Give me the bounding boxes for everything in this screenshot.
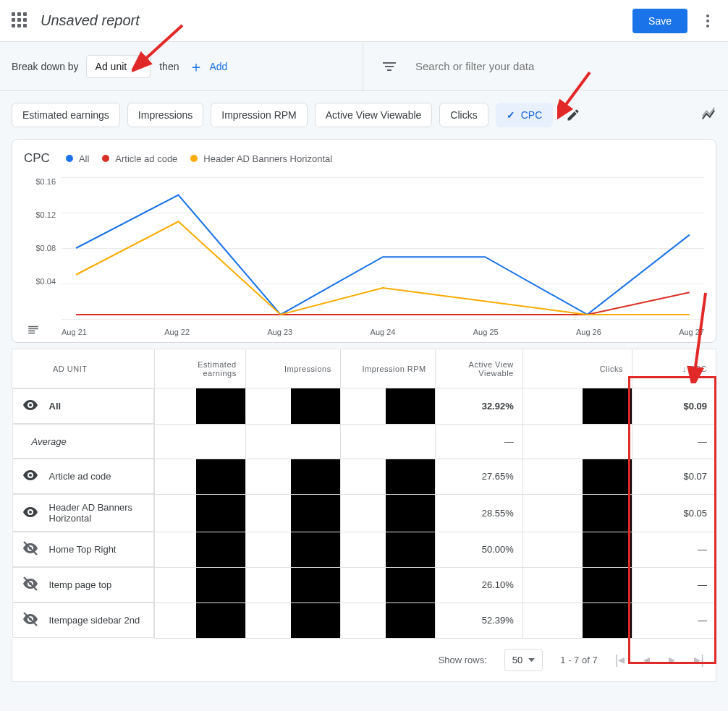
cell-name[interactable]: Average [12, 424, 154, 459]
rows-per-page-select[interactable]: 50 [504, 649, 543, 671]
apps-icon[interactable] [12, 12, 29, 30]
visibility-toggle[interactable] [22, 540, 39, 559]
cell-viewable: 50.00% [435, 532, 522, 567]
visibility-toggle[interactable] [22, 575, 39, 595]
cell-cpc: $0.05 [632, 494, 716, 532]
chip-clicks[interactable]: Clicks [439, 103, 488, 127]
chip-estimated-earnings[interactable]: Estimated earnings [12, 103, 120, 127]
topbar: Unsaved report Save [0, 0, 728, 42]
metric-chips: Estimated earnings Impressions Impressio… [0, 91, 728, 139]
show-rows-label: Show rows: [439, 655, 487, 665]
svg-point-1 [29, 474, 32, 477]
check-icon: ✓ [507, 109, 515, 121]
y-tick: $0.16 [24, 177, 56, 186]
visibility-toggle[interactable] [22, 610, 39, 630]
next-page-icon[interactable]: ▸ [669, 652, 675, 668]
visibility-toggle[interactable] [22, 396, 39, 416]
compare-icon[interactable] [701, 107, 716, 123]
legend-header[interactable]: Header AD Banners Horizontal [190, 153, 332, 164]
cell-impressions [245, 459, 340, 494]
chart-card: CPC All Article ad code Header AD Banner… [12, 139, 716, 343]
prev-page-icon[interactable]: ◂ [643, 652, 650, 668]
cell-earnings [154, 494, 245, 532]
svg-point-0 [29, 404, 32, 406]
edit-icon[interactable] [566, 108, 580, 122]
col-viewable[interactable]: Active View Viewable [435, 349, 522, 388]
last-page-icon[interactable]: ▸| [694, 652, 704, 668]
cell-earnings [154, 567, 245, 603]
breakdown-dropdown[interactable]: Ad unit [86, 55, 151, 78]
add-breakdown-button[interactable]: ＋ Add [189, 61, 227, 72]
cell-rpm [340, 532, 435, 567]
cell-viewable: 26.10% [435, 567, 522, 603]
cell-viewable: — [435, 424, 522, 459]
more-options-icon[interactable] [699, 14, 716, 27]
chip-impression-rpm[interactable]: Impression RPM [211, 103, 307, 127]
y-tick [24, 310, 56, 319]
cell-earnings [154, 459, 245, 494]
cell-name[interactable]: All [12, 388, 154, 424]
filter-bar: Break down by Ad unit then ＋ Add [0, 42, 728, 91]
col-rpm[interactable]: Impression RPM [340, 349, 435, 388]
visibility-toggle[interactable] [22, 467, 39, 486]
svg-point-2 [29, 511, 32, 514]
chip-impressions[interactable]: Impressions [127, 103, 203, 127]
y-tick: $0.12 [24, 210, 56, 219]
y-tick: $0.08 [24, 244, 56, 252]
cell-rpm [340, 494, 435, 532]
cell-name[interactable]: Article ad code [12, 459, 154, 494]
x-tick: Aug 22 [164, 328, 190, 336]
cell-viewable: 52.39% [435, 603, 522, 638]
cell-clicks [522, 603, 632, 638]
table-row: Average—— [12, 424, 716, 459]
cell-viewable: 28.55% [435, 494, 522, 532]
cell-clicks [522, 424, 632, 459]
visibility-toggle[interactable] [22, 503, 39, 523]
cell-rpm [340, 388, 435, 425]
cell-name[interactable]: Home Top Right [12, 532, 154, 567]
cell-name[interactable]: Header AD Banners Horizontal [12, 494, 154, 532]
chip-cpc[interactable]: ✓CPC [496, 103, 554, 127]
col-earnings[interactable]: Estimated earnings [154, 349, 245, 388]
cell-rpm [340, 567, 435, 603]
pagination: Show rows: 50 1 - 7 of 7 |◂ ◂ ▸ ▸| [12, 639, 716, 682]
cell-impressions [245, 532, 340, 567]
col-ad-unit[interactable]: AD UNIT [12, 349, 155, 388]
cell-earnings [154, 532, 245, 567]
report-table: AD UNIT Estimated earnings Impressions I… [12, 349, 716, 682]
chart-canvas [62, 177, 704, 319]
cell-rpm [340, 459, 435, 494]
save-button[interactable]: Save [632, 9, 687, 33]
cell-rpm [340, 424, 435, 459]
cell-earnings [154, 424, 245, 459]
cell-clicks [522, 567, 632, 603]
report-title[interactable]: Unsaved report [41, 12, 632, 29]
chip-active-view-viewable[interactable]: Active View Viewable [315, 103, 433, 127]
cell-name[interactable]: Itemp page top [12, 567, 154, 603]
breakdown-label: Break down by [12, 61, 79, 72]
cell-clicks [522, 532, 632, 567]
cell-name[interactable]: Itempage sidebar 2nd [12, 603, 154, 638]
cell-cpc: — [632, 567, 716, 603]
chevron-down-icon [134, 64, 141, 69]
x-tick: Aug 27 [679, 328, 704, 336]
notes-icon[interactable] [27, 323, 40, 336]
col-impressions[interactable]: Impressions [245, 349, 340, 388]
cell-impressions [245, 567, 340, 603]
legend-all[interactable]: All [66, 153, 89, 164]
x-tick: Aug 24 [371, 328, 396, 336]
cell-cpc: $0.07 [632, 459, 716, 494]
filter-icon[interactable] [381, 58, 398, 75]
first-page-icon[interactable]: |◂ [615, 652, 625, 668]
cell-clicks [522, 388, 632, 425]
col-clicks[interactable]: Clicks [522, 349, 632, 388]
chevron-down-icon [528, 658, 535, 662]
legend-article[interactable]: Article ad code [102, 153, 177, 164]
search-input[interactable] [415, 60, 711, 72]
cell-viewable: 32.92% [435, 388, 522, 425]
table-row: Article ad code27.65%$0.07 [12, 459, 716, 494]
col-cpc[interactable]: ↓ CPC [632, 349, 716, 388]
cell-cpc: — [632, 603, 716, 638]
cell-cpc: $0.09 [632, 388, 716, 425]
chart-title: CPC [24, 151, 50, 166]
